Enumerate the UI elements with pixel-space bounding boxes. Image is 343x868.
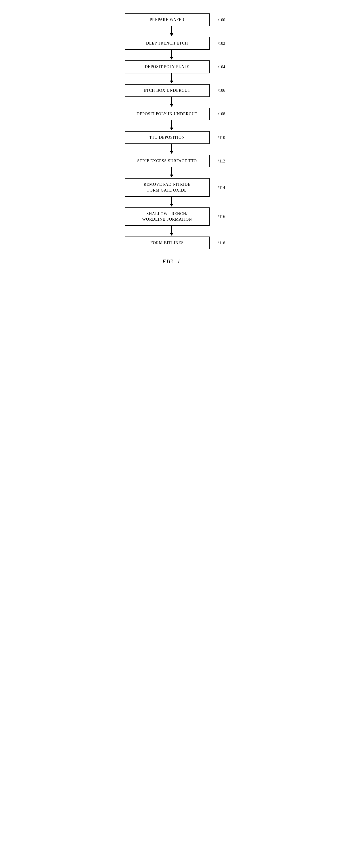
step-number-102: \102	[218, 41, 225, 45]
arrow-head-2	[170, 81, 173, 83]
arrow-line-1	[171, 50, 172, 57]
flow-step-108: DEPOSIT POLY IN UNDERCUT\108	[118, 107, 225, 120]
step-number-110: \110	[218, 135, 225, 140]
arrow-head-4	[170, 128, 173, 130]
step-number-106: \106	[218, 88, 225, 93]
step-box-104: DEPOSIT POLY PLATE	[125, 60, 210, 73]
arrow-head-1	[170, 57, 173, 60]
arrow-head-0	[170, 33, 173, 36]
arrow-5	[118, 144, 225, 155]
arrow-1	[118, 50, 225, 60]
arrow-head-3	[170, 104, 173, 107]
arrow-6	[118, 167, 225, 178]
arrow-line-8	[171, 226, 172, 233]
arrow-2	[118, 73, 225, 84]
arrow-7	[118, 197, 225, 208]
step-box-108: DEPOSIT POLY IN UNDERCUT	[125, 107, 210, 120]
diagram-container: PREPARE WAFER\100DEEP TRENCH ETCH\102DEP…	[113, 4, 230, 274]
step-box-118: FORM BITLINES	[125, 237, 210, 249]
flow-step-110: TTO DEPOSITION\110	[118, 131, 225, 144]
flow-step-116: SHALLOW TRENCH/WORDLINE FORMATION\116	[118, 208, 225, 226]
arrow-line-7	[171, 197, 172, 204]
flow-step-100: PREPARE WAFER\100	[118, 13, 225, 26]
arrow-head-8	[170, 233, 173, 236]
arrow-0	[118, 26, 225, 37]
arrow-line-4	[171, 120, 172, 128]
step-box-102: DEEP TRENCH ETCH	[125, 37, 210, 50]
arrow-head-6	[170, 175, 173, 177]
flow-step-112: STRIP EXCESS SURFACE TTO\112	[118, 155, 225, 167]
flow-step-102: DEEP TRENCH ETCH\102	[118, 37, 225, 50]
step-number-112: \112	[218, 159, 225, 163]
arrow-head-5	[170, 151, 173, 154]
step-number-100: \100	[218, 18, 225, 22]
arrow-line-3	[171, 97, 172, 104]
step-box-112: STRIP EXCESS SURFACE TTO	[125, 155, 210, 167]
step-box-100: PREPARE WAFER	[125, 13, 210, 26]
step-box-114: REMOVE PAD NITRIDEFORM GATE OXIDE	[125, 178, 210, 196]
flow-step-114: REMOVE PAD NITRIDEFORM GATE OXIDE\114	[118, 178, 225, 196]
arrow-line-0	[171, 26, 172, 33]
arrow-line-2	[171, 73, 172, 81]
step-box-110: TTO DEPOSITION	[125, 131, 210, 144]
arrow-line-6	[171, 167, 172, 175]
step-number-114: \114	[218, 185, 225, 190]
flow-step-118: FORM BITLINES\118	[118, 237, 225, 249]
arrow-3	[118, 97, 225, 107]
arrow-8	[118, 226, 225, 237]
flow-step-106: ETCH BOX UNDERCUT\106	[118, 84, 225, 97]
arrow-head-7	[170, 204, 173, 207]
figure-label: FIG. 1	[163, 258, 180, 265]
arrow-4	[118, 120, 225, 131]
step-box-106: ETCH BOX UNDERCUT	[125, 84, 210, 97]
step-number-118: \118	[218, 241, 225, 245]
step-box-116: SHALLOW TRENCH/WORDLINE FORMATION	[125, 208, 210, 226]
step-number-116: \116	[218, 214, 225, 219]
flow-step-104: DEPOSIT POLY PLATE\104	[118, 60, 225, 73]
arrow-line-5	[171, 144, 172, 151]
step-number-104: \104	[218, 64, 225, 69]
step-number-108: \108	[218, 112, 225, 116]
